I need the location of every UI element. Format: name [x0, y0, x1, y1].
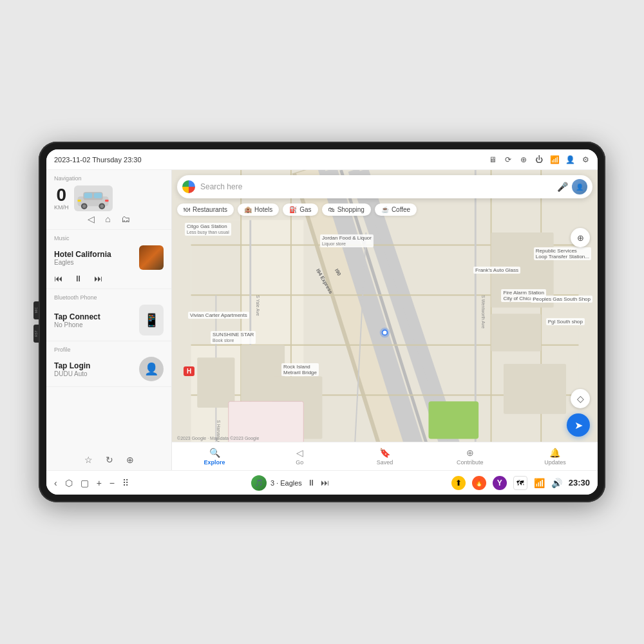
navigation-section: Navigation 0 KM/H [46, 170, 171, 230]
map-place-franks: Frank's Auto Glass [473, 267, 520, 274]
map-copyright: ©2023 Google · Map data ©2023 Google [177, 436, 259, 440]
bt-info: Tap Connect No Phone [54, 312, 134, 328]
explore-icon: 🔍 [209, 448, 220, 458]
map-layers-btn[interactable]: ⊕ [571, 228, 590, 247]
hospital-marker: H [184, 366, 194, 376]
minus-btn[interactable]: − [109, 478, 115, 488]
svg-rect-8 [77, 199, 81, 201]
wifi-taskbar-icon: 📶 [534, 478, 545, 488]
profile-content: Tap Login DUDU Auto 👤 [54, 357, 164, 381]
map-directions-fab[interactable]: ➤ [567, 413, 590, 437]
sidebar: Navigation 0 KM/H [46, 170, 172, 470]
filter-shopping[interactable]: 🛍 Shopping [322, 204, 371, 216]
music-artist: Eagles [54, 259, 134, 266]
yahoo-app-icon[interactable]: Y [493, 476, 507, 490]
mic-button[interactable]: MIC [33, 301, 39, 319]
gas-icon: ⛽ [289, 206, 297, 213]
map-nav-explore[interactable]: 🔍 Explore [172, 448, 257, 466]
display-icon: 🖥 [488, 155, 497, 164]
datetime-label: 2023-11-02 Thursday 23:30 [54, 156, 142, 164]
filter-coffee[interactable]: ☕ Coffee [375, 204, 417, 216]
nav-actions: ◁ ⌂ 🗂 [54, 214, 164, 224]
bar-next-btn[interactable]: ⏭ [321, 478, 329, 488]
filter-hotels[interactable]: 🏨 Hotels [238, 204, 279, 216]
taskbar-left: ‹ ⬡ ▢ + − ⠿ [54, 478, 129, 488]
svg-point-7 [100, 204, 104, 208]
square-btn[interactable]: ▢ [80, 478, 89, 488]
svg-rect-26 [197, 357, 234, 408]
map-search-bar[interactable]: Search here 🎤 👤 [177, 175, 592, 198]
music-content: Hotel California Eagles [54, 245, 164, 270]
prev-btn[interactable]: ⏮ [54, 274, 62, 283]
fire-app-icon[interactable]: 🔥 [472, 476, 486, 490]
profile-subtitle: DUDU Auto [54, 370, 134, 377]
refresh-btn[interactable]: ↻ [106, 455, 113, 465]
svg-point-5 [82, 204, 86, 208]
speed-display: 0 KM/H [54, 186, 69, 211]
sidebar-bottom-actions: ☆ ↻ ⊕ [46, 450, 171, 470]
map-nav-contribute[interactable]: ⊕ Contribute [428, 448, 513, 466]
map-app-icon[interactable]: 🗺 [513, 476, 527, 490]
back-btn[interactable]: ‹ [54, 478, 57, 488]
car-svg [75, 187, 111, 210]
coffee-icon: ☕ [381, 206, 389, 213]
volume-taskbar-icon[interactable]: 🔊 [551, 478, 562, 488]
bar-pause-btn[interactable]: ⏸ [307, 478, 316, 488]
map-nav-saved[interactable]: 🔖 Saved [342, 448, 427, 466]
map-place-citgo: Citgo Gas StationLess busy than usual [185, 223, 231, 236]
phone-icon: 📱 [139, 305, 164, 336]
go-label: Go [296, 459, 303, 466]
map-bottom-nav: 🔍 Explore ◁ Go 🔖 Saved ⊕ Contribute [172, 442, 598, 470]
music-info: Hotel California Eagles [54, 250, 134, 266]
map-status-icon: ⊕ [519, 155, 528, 164]
home-nav-btn[interactable]: ⌂ [105, 214, 110, 224]
profile-name: Tap Login [54, 361, 134, 370]
google-logo [182, 180, 195, 193]
status-icons: 🖥 ⟳ ⊕ ⏻ 📶 👤 ⚙ [488, 155, 590, 164]
saved-icon: 🔖 [379, 448, 390, 458]
svg-rect-25 [428, 401, 478, 439]
filter-restaurants[interactable]: 🍽 Restaurants [177, 204, 234, 216]
status-bar: 2023-11-02 Thursday 23:30 🖥 ⟳ ⊕ ⏻ 📶 👤 ⚙ [46, 149, 598, 170]
svg-text:S Yale Ave: S Yale Ave [256, 295, 260, 316]
svg-rect-3 [94, 193, 102, 198]
navigate-btn[interactable]: ◁ [88, 214, 95, 224]
contribute-icon: ⊕ [466, 448, 474, 458]
star-btn[interactable]: ☆ [84, 455, 93, 465]
map-nav-updates[interactable]: 🔔 Updates [513, 448, 598, 466]
grid-btn[interactable]: ⠿ [122, 478, 129, 488]
user-status-icon: 👤 [565, 155, 574, 164]
pause-btn[interactable]: ⏸ [74, 274, 82, 283]
bt-title: Tap Connect [54, 312, 134, 321]
user-avatar[interactable]: 👤 [572, 179, 587, 194]
speed-unit: KM/H [54, 204, 69, 211]
home-btn[interactable]: ⬡ [65, 478, 73, 488]
profile-avatar: 👤 [139, 357, 164, 381]
map-place-vivian: Vivian Carter Apartments [188, 312, 249, 319]
map-compass-btn[interactable]: ◇ [571, 389, 590, 408]
filter-gas-label: Gas [299, 206, 311, 213]
svg-point-40 [383, 331, 387, 335]
work-nav-btn[interactable]: 🗂 [121, 214, 130, 224]
go-icon: ◁ [296, 448, 303, 458]
bluetooth-section: Bluetooth Phone Tap Connect No Phone 📱 [46, 289, 171, 341]
add-btn[interactable]: + [97, 478, 102, 488]
side-buttons: MIC RST [33, 301, 39, 343]
music-thumbnail [139, 245, 164, 270]
saved-label: Saved [377, 459, 393, 466]
taskbar-center: 🎵 3 · Eagles ⏸ ⏭ [129, 475, 451, 491]
navigation-app-icon[interactable]: ⬆ [451, 476, 466, 490]
map-nav-go[interactable]: ◁ Go [257, 448, 342, 466]
settings-btn[interactable]: ⊕ [126, 455, 134, 465]
rst-button[interactable]: RST [33, 325, 39, 343]
map-place-peoples: Peoples Gas South Shop [531, 296, 592, 303]
music-bar-track: 3 · Eagles [270, 479, 302, 487]
search-mic-btn[interactable]: 🎤 [557, 182, 568, 192]
map-place-rock: Rock IslandMetraril Bridge [281, 363, 319, 376]
nav-content: 0 KM/H [54, 185, 164, 211]
map-place-republic: Republic ServicesLoop Transfer Station..… [534, 247, 591, 260]
filter-gas[interactable]: ⛽ Gas [283, 204, 317, 216]
next-btn[interactable]: ⏭ [94, 274, 102, 283]
taskbar: ‹ ⬡ ▢ + − ⠿ 🎵 3 · Eagles ⏸ ⏭ ⬆ 🔥 [46, 470, 598, 495]
bluetooth-label: Bluetooth Phone [54, 294, 164, 301]
